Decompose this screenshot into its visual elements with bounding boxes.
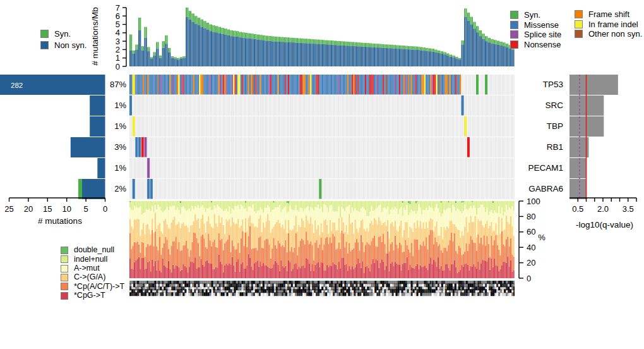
legend-item: Syn.: [40, 28, 71, 37]
svg-text:5: 5: [116, 20, 120, 29]
svg-text:15: 15: [43, 204, 52, 214]
legend-swatch-*CpG->T: [61, 292, 68, 300]
legend-item: Frame shift: [575, 8, 629, 17]
mutsig-comut-figure: 01234567 # mutations/Mb Syn.Non syn. Syn…: [0, 0, 644, 349]
legend-swatch-other: [575, 30, 583, 38]
legend-label: In frame indel: [588, 20, 638, 28]
svg-text:282: 282: [11, 82, 23, 89]
legend-item: Other non syn.: [575, 28, 642, 37]
legend-label: Non syn.: [54, 41, 86, 49]
svg-text:3: 3: [116, 37, 120, 46]
gene-label-PECAM1: PECAM1: [523, 163, 563, 173]
svg-text:60: 60: [527, 227, 535, 236]
legend-label: *CpG->T: [74, 291, 105, 300]
legend-item: *CpG->T: [61, 290, 105, 298]
legend-item: Non syn.: [40, 39, 86, 48]
legend-item: Splice site: [510, 28, 561, 37]
mutation-rate-chart: [129, 5, 515, 66]
legend-item: double_null: [61, 244, 114, 253]
gene-label-GABRA6: GABRA6: [523, 184, 563, 193]
signature-chart: [129, 201, 515, 278]
legend-swatch-syn: [510, 11, 518, 19]
legend-item: In frame indel: [575, 18, 638, 27]
svg-text:10: 10: [62, 204, 71, 214]
legend-swatch-splice: [510, 30, 518, 39]
legend-item: Nonsense: [510, 39, 561, 47]
legend-item: C->(G/A): [61, 271, 105, 280]
legend-item: Missense: [510, 19, 559, 28]
svg-text:25: 25: [4, 204, 13, 214]
legend-label: Splice site: [524, 30, 561, 39]
svg-text:0: 0: [116, 62, 120, 71]
svg-text:20: 20: [24, 204, 33, 214]
legend-swatch-syn: [40, 30, 49, 38]
legend-label: Other non syn.: [588, 30, 642, 38]
legend-swatch-nonsense: [510, 40, 518, 49]
svg-text:5: 5: [83, 204, 88, 214]
svg-text:2: 2: [116, 45, 120, 54]
legend-label: Nonsense: [524, 40, 561, 49]
legend-swatch-frameshift: [575, 10, 583, 18]
mutation-count-axis-label: # mutations: [13, 216, 107, 226]
mutation-rate-y-axis: 01234567: [95, 3, 130, 73]
svg-text:3.5: 3.5: [623, 204, 634, 214]
legend-item: Syn.: [510, 9, 540, 18]
gene-label-TBP: TBP: [523, 121, 563, 131]
sample-name-strip: ▒▒▓▒█▒▒▒▒▓▒▒▒█▒▓▒▓▒▒▓█▒▓▓█▒▒▓█▒▓▒▒▓▓▓▒▒▒…: [129, 281, 515, 297]
gene-label-TP53: TP53: [523, 80, 563, 89]
percent-axis-label: %: [535, 233, 548, 242]
svg-text:80: 80: [527, 212, 535, 221]
svg-text:100: 100: [527, 197, 540, 206]
legend-item: A->mut: [61, 262, 100, 271]
svg-text:0: 0: [527, 274, 531, 283]
legend-swatch-inframe: [575, 20, 583, 28]
svg-text:1: 1: [116, 53, 120, 63]
mutation-count-chart: 282: [0, 75, 129, 201]
legend-item: indel+null: [61, 253, 107, 262]
qvalue-chart: [565, 75, 644, 200]
legend-label: Missense: [524, 21, 559, 29]
gene-label-RB1: RB1: [523, 142, 563, 152]
legend-label: Syn.: [524, 11, 540, 19]
svg-text:7: 7: [116, 3, 120, 13]
oncoprint-matrix-cells: [129, 75, 515, 200]
legend-swatch-nonsyn: [40, 41, 49, 49]
gene-label-SRC: SRC: [523, 101, 563, 110]
legend-swatch-missense: [510, 21, 518, 29]
svg-text:40: 40: [527, 243, 535, 252]
svg-text:0: 0: [103, 204, 107, 214]
svg-text:6: 6: [116, 11, 120, 21]
svg-text:4: 4: [116, 28, 120, 37]
legend-label: Frame shift: [588, 10, 629, 18]
mutation-rate-y-axis-label: # mutations/Mb: [90, 1, 100, 72]
legend-label: Syn.: [54, 30, 71, 38]
svg-text:2.0: 2.0: [597, 204, 609, 214]
legend-item: *Cp(A/C/T)->T: [61, 281, 124, 290]
svg-text:20: 20: [527, 258, 535, 267]
